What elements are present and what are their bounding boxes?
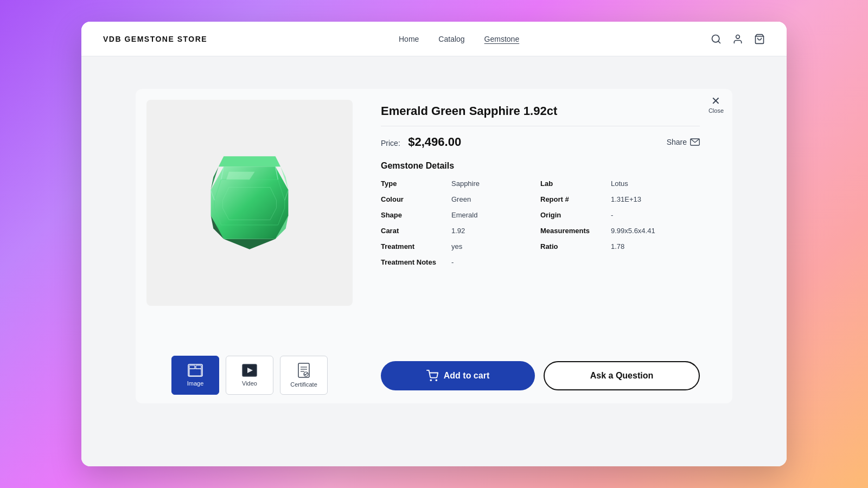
product-panel: ✕ Close bbox=[136, 89, 732, 403]
svg-point-30 bbox=[430, 380, 431, 381]
cart-button[interactable] bbox=[754, 34, 765, 44]
details-area: Emerald Green Sapphire 1.92ct Price: $2,… bbox=[363, 89, 732, 403]
treatment-notes-key: Treatment Notes bbox=[381, 258, 451, 266]
gem-image bbox=[206, 149, 293, 257]
svg-point-2 bbox=[736, 35, 740, 38]
detail-val-report: 1.31E+13 bbox=[611, 195, 641, 203]
price-label: Price: bbox=[381, 139, 400, 147]
detail-key-measurements: Measurements bbox=[540, 227, 611, 235]
search-button[interactable] bbox=[711, 34, 722, 44]
detail-origin: Origin - bbox=[540, 211, 700, 219]
share-button[interactable]: Share bbox=[667, 138, 700, 146]
svg-rect-21 bbox=[196, 365, 201, 369]
media-tab-image[interactable]: Image bbox=[171, 356, 219, 395]
detail-val-origin: - bbox=[611, 211, 613, 219]
add-to-cart-button[interactable]: Add to cart bbox=[381, 361, 535, 390]
detail-key-treatment: Treatment bbox=[381, 242, 451, 251]
image-tab-label: Image bbox=[187, 380, 204, 387]
share-icon bbox=[690, 138, 700, 146]
close-button[interactable]: ✕ Close bbox=[709, 95, 724, 114]
action-buttons: Add to cart Ask a Question bbox=[381, 348, 700, 390]
certificate-tab-icon bbox=[297, 363, 310, 378]
svg-rect-20 bbox=[189, 365, 195, 369]
cart-button-icon bbox=[426, 370, 438, 382]
svg-rect-18 bbox=[188, 364, 202, 376]
detail-key-shape: Shape bbox=[381, 211, 451, 219]
certificate-tab-label: Certificate bbox=[290, 381, 317, 388]
price-value: $2,496.00 bbox=[408, 135, 461, 149]
detail-shape: Shape Emerald bbox=[381, 211, 540, 219]
add-to-cart-label: Add to cart bbox=[444, 371, 489, 381]
nav-home[interactable]: Home bbox=[399, 35, 419, 43]
image-tab-icon bbox=[188, 364, 203, 377]
detail-val-ratio: 1.78 bbox=[611, 242, 624, 251]
close-label: Close bbox=[709, 107, 724, 114]
svg-point-31 bbox=[436, 380, 437, 381]
detail-key-carat: Carat bbox=[381, 227, 451, 235]
detail-key-lab: Lab bbox=[540, 179, 611, 188]
store-logo: VDB GEMSTONE STORE bbox=[103, 35, 207, 43]
detail-col-right: Lab Lotus Report # 1.31E+13 Origin - M bbox=[540, 179, 700, 251]
treatment-notes-val: - bbox=[451, 258, 454, 266]
detail-lab: Lab Lotus bbox=[540, 179, 700, 188]
ask-question-label: Ask a Question bbox=[590, 371, 653, 380]
nav-bar: VDB GEMSTONE STORE Home Catalog Gemstone bbox=[81, 22, 787, 56]
sub-header bbox=[81, 56, 787, 78]
share-label: Share bbox=[667, 138, 687, 146]
detail-col-left: Type Sapphire Colour Green Shape Emerald bbox=[381, 179, 540, 251]
ask-question-button[interactable]: Ask a Question bbox=[544, 361, 700, 390]
price-row: Price: $2,496.00 Share bbox=[381, 135, 700, 149]
product-title: Emerald Green Sapphire 1.92ct bbox=[381, 104, 700, 126]
svg-rect-19 bbox=[189, 369, 201, 376]
close-x-icon: ✕ bbox=[711, 95, 720, 106]
details-grid: Type Sapphire Colour Green Shape Emerald bbox=[381, 179, 700, 251]
nav-icons bbox=[711, 34, 765, 44]
detail-val-type: Sapphire bbox=[451, 179, 480, 188]
detail-val-shape: Emerald bbox=[451, 211, 477, 219]
search-icon bbox=[711, 34, 722, 44]
main-content: ✕ Close bbox=[81, 78, 787, 466]
nav-gemstone[interactable]: Gemstone bbox=[484, 35, 520, 43]
detail-key-ratio: Ratio bbox=[540, 242, 611, 251]
detail-treatment: Treatment yes bbox=[381, 242, 540, 251]
detail-carat: Carat 1.92 bbox=[381, 227, 540, 235]
gem-image-container bbox=[146, 100, 353, 306]
detail-val-treatment: yes bbox=[451, 242, 462, 251]
detail-val-lab: Lotus bbox=[611, 179, 628, 188]
price-section: Price: $2,496.00 bbox=[381, 135, 461, 149]
gemstone-details-title: Gemstone Details bbox=[381, 161, 700, 171]
media-tabs: Image Video bbox=[171, 356, 328, 395]
media-tab-certificate[interactable]: Certificate bbox=[280, 356, 328, 395]
detail-val-colour: Green bbox=[451, 195, 471, 203]
video-tab-label: Video bbox=[242, 380, 257, 387]
nav-links: Home Catalog Gemstone bbox=[399, 35, 519, 43]
svg-line-1 bbox=[718, 41, 720, 43]
detail-key-report: Report # bbox=[540, 195, 611, 203]
video-tab-icon bbox=[242, 364, 257, 377]
detail-report: Report # 1.31E+13 bbox=[540, 195, 700, 203]
detail-val-measurements: 9.99x5.6x4.41 bbox=[611, 227, 655, 235]
cart-icon bbox=[754, 34, 765, 44]
detail-colour: Colour Green bbox=[381, 195, 540, 203]
user-button[interactable] bbox=[732, 34, 743, 44]
detail-measurements: Measurements 9.99x5.6x4.41 bbox=[540, 227, 700, 235]
svg-marker-9 bbox=[224, 239, 275, 249]
detail-ratio: Ratio 1.78 bbox=[540, 242, 700, 251]
nav-catalog[interactable]: Catalog bbox=[438, 35, 464, 43]
svg-marker-4 bbox=[219, 156, 280, 166]
image-area: Image Video bbox=[136, 89, 363, 403]
browser-window: VDB GEMSTONE STORE Home Catalog Gemstone bbox=[81, 22, 787, 466]
media-tab-video[interactable]: Video bbox=[226, 356, 273, 395]
detail-key-type: Type bbox=[381, 179, 451, 188]
detail-key-colour: Colour bbox=[381, 195, 451, 203]
detail-key-origin: Origin bbox=[540, 211, 611, 219]
detail-type: Type Sapphire bbox=[381, 179, 540, 188]
detail-val-carat: 1.92 bbox=[451, 227, 465, 235]
user-icon bbox=[732, 34, 743, 44]
treatment-notes-row: Treatment Notes - bbox=[381, 258, 700, 266]
